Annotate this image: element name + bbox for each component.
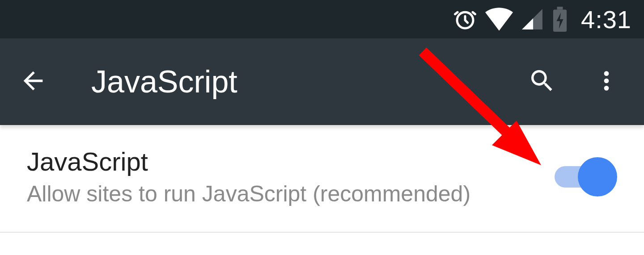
svg-point-5: [604, 86, 609, 91]
status-time: 4:31: [581, 5, 631, 34]
svg-point-3: [604, 71, 609, 76]
content-area: JavaScript Allow sites to run JavaScript…: [0, 125, 644, 233]
page-title: JavaScript: [91, 64, 524, 100]
battery-charging-icon: [551, 7, 568, 32]
arrow-back-icon: [19, 67, 47, 97]
search-button[interactable]: [524, 64, 560, 100]
svg-point-4: [604, 79, 609, 84]
svg-rect-1: [557, 7, 563, 9]
more-options-button[interactable]: [589, 64, 624, 100]
app-bar-actions: [524, 64, 629, 100]
wifi-icon: [485, 8, 513, 31]
cell-signal-icon: [521, 8, 543, 30]
alarm-icon: [453, 7, 477, 31]
status-bar: 4:31: [0, 0, 644, 38]
setting-title: JavaScript: [27, 146, 555, 176]
search-icon: [528, 67, 556, 97]
setting-text: JavaScript Allow sites to run JavaScript…: [27, 146, 555, 207]
back-button[interactable]: [15, 64, 51, 100]
app-bar: JavaScript: [0, 38, 644, 125]
more-vert-icon: [594, 68, 619, 95]
javascript-toggle[interactable]: [555, 157, 617, 196]
javascript-setting-row[interactable]: JavaScript Allow sites to run JavaScript…: [0, 125, 644, 233]
toggle-thumb: [578, 157, 617, 196]
setting-description: Allow sites to run JavaScript (recommend…: [27, 181, 555, 207]
